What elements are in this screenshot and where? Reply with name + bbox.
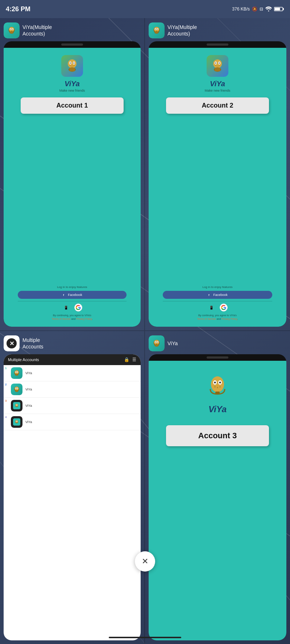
ma-row-num-3: 3	[5, 399, 7, 402]
viya-screen-1: ViYa Make new friends Account 1 Log in t…	[4, 48, 141, 327]
google-social-icon-1[interactable]	[74, 304, 82, 311]
ma-row-1[interactable]: 1	[4, 365, 141, 381]
svg-point-35	[157, 29, 158, 29]
svg-point-34	[155, 29, 156, 29]
ma-row-icon-4	[11, 416, 22, 428]
viya-brand-4: ViYa	[208, 404, 227, 414]
svg-rect-47	[215, 68, 220, 71]
svg-rect-19	[10, 32, 13, 34]
svg-point-25	[74, 63, 75, 64]
svg-point-94	[214, 386, 216, 388]
svg-rect-17	[11, 30, 12, 30]
wifi-icon	[265, 7, 272, 12]
viya-brand-1: ViYa	[65, 80, 80, 88]
bottom-nav-bar	[109, 637, 181, 638]
app-name-1: ViYa(MultipleAccounts)	[22, 24, 52, 37]
svg-point-88	[211, 376, 224, 392]
viya-app-icon-2[interactable]	[149, 22, 165, 38]
facebook-btn-text-1: Facebook	[68, 293, 82, 297]
viya-logo-2	[207, 55, 228, 77]
viya-tagline-1: Make new friends	[59, 89, 85, 92]
svg-rect-65	[16, 390, 18, 392]
ma-row-num-2: 2	[5, 383, 7, 386]
viya-brand-2: ViYa	[210, 80, 225, 88]
svg-point-92	[214, 382, 216, 384]
ma-row-4[interactable]: 4	[4, 414, 141, 430]
account-button-4[interactable]: Account 3	[166, 425, 269, 446]
ma-list: 1	[4, 365, 141, 640]
lock-icon[interactable]: 🔒	[124, 357, 129, 362]
battery-saver-icon: ⊟	[260, 7, 263, 12]
svg-point-54	[16, 372, 16, 372]
svg-point-96	[219, 386, 221, 388]
svg-point-67	[16, 404, 18, 406]
svg-rect-27	[69, 68, 75, 71]
battery-icon	[274, 7, 284, 12]
svg-rect-37	[156, 30, 157, 30]
social-icons-1: 📱	[62, 304, 82, 311]
svg-point-70	[16, 405, 16, 405]
status-icons: 376 KB/s 🔕 ⊟	[232, 7, 284, 12]
menu-icon[interactable]: ☰	[132, 357, 136, 362]
svg-point-73	[16, 420, 18, 423]
svg-point-14	[10, 29, 11, 29]
status-bar: 4:26 PM 376 KB/s 🔕 ⊟	[0, 0, 290, 18]
ma-row-num-4: 4	[5, 415, 7, 419]
svg-point-24	[70, 63, 71, 64]
svg-point-71	[17, 405, 17, 405]
svg-rect-1	[283, 8, 284, 10]
facebook-btn-2[interactable]: f Facebook	[163, 291, 273, 299]
viya-app-icon-4[interactable]	[149, 335, 165, 351]
viya-screen-4: ViYa Account 3	[149, 361, 286, 640]
multiple-accounts-icon[interactable]: ✕	[4, 335, 20, 351]
ma-row-num-1: 1	[5, 367, 7, 370]
login-label-1: Log in to enjoy features	[57, 285, 87, 289]
google-social-icon-2[interactable]	[220, 304, 228, 311]
login-label-2: Log in to enjoy features	[202, 285, 232, 289]
svg-point-21	[68, 59, 76, 68]
svg-rect-85	[156, 343, 157, 343]
ma-header-title: Multiple Accounts	[8, 357, 39, 362]
phone-mockup-4: ViYa Account 3	[149, 354, 286, 640]
account-button-2[interactable]: Account 2	[166, 97, 269, 114]
ma-row-icon-2	[11, 384, 22, 395]
phone-social-icon-2[interactable]: 📱	[207, 304, 215, 311]
svg-point-63	[17, 388, 18, 389]
svg-point-93	[219, 382, 221, 384]
svg-point-76	[16, 421, 16, 422]
ma-header: Multiple Accounts 🔒 ☰	[4, 354, 141, 365]
svg-point-95	[217, 387, 218, 388]
app-name-2: ViYa(MultipleAccounts)	[167, 24, 197, 37]
viya-tagline-2: Make new friends	[205, 89, 231, 92]
svg-rect-39	[155, 32, 158, 34]
viya-app-icon-1[interactable]	[4, 22, 20, 38]
phone-mockup-2: ViYa Make new friends Account 2 Log in t…	[149, 41, 286, 327]
ma-row-icon-3	[11, 400, 22, 411]
mute-icon: 🔕	[252, 7, 257, 12]
panel-4: ViYa	[145, 331, 290, 644]
app-header-3: ✕ MultipleAccounts	[4, 335, 141, 351]
ma-header-icons: 🔒 ☰	[124, 357, 136, 362]
svg-point-44	[215, 63, 216, 64]
app-name-3: MultipleAccounts	[22, 337, 44, 350]
facebook-btn-1[interactable]: f Facebook	[18, 291, 127, 299]
phone-social-icon-1[interactable]: 📱	[62, 304, 70, 311]
viya-screen-2: ViYa Make new friends Account 2 Log in t…	[149, 48, 286, 327]
close-button[interactable]: ✕	[135, 551, 155, 572]
panel-2: ViYa(MultipleAccounts)	[145, 18, 290, 331]
svg-point-62	[16, 388, 16, 389]
ma-row-name-3: ViYa	[25, 404, 32, 407]
ma-row-name-2: ViYa	[25, 388, 32, 391]
phone-notch-2	[207, 43, 228, 46]
svg-point-82	[155, 342, 156, 342]
phone-mockup-1: ViYa Make new friends Account 1 Log in t…	[4, 41, 141, 327]
main-content: ViYa(MultipleAccounts)	[0, 18, 290, 644]
phone-notch-4	[207, 356, 228, 359]
login-section-2: Log in to enjoy features f Facebook 📱	[153, 285, 282, 321]
ma-row-3[interactable]: 3	[4, 398, 141, 414]
login-section-1: Log in to enjoy features f Facebook 📱	[8, 285, 136, 321]
viya-logo-1	[61, 55, 83, 77]
ma-row-2[interactable]: 2	[4, 381, 141, 398]
account-button-1[interactable]: Account 1	[21, 97, 123, 114]
panel-3: ✕ MultipleAccounts Multiple Accounts 🔒 ☰	[0, 331, 145, 644]
